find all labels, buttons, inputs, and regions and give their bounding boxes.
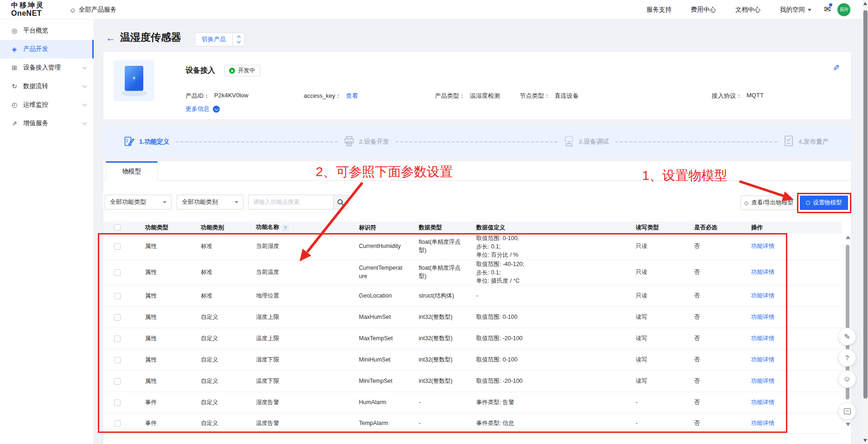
sidebar-item-device-access-management[interactable]: ⊞设备接入管理 xyxy=(0,58,94,77)
all-products-menu[interactable]: ◇ 全部产品服务 xyxy=(70,0,116,19)
cell-function-category: 自定义 xyxy=(190,306,245,328)
sidebar-item-ops-monitoring[interactable]: ◴运维监控 xyxy=(0,95,94,114)
page-scroll-down-arrow[interactable] xyxy=(863,439,867,442)
step-device-development[interactable]: 2.设备开发 xyxy=(344,135,389,149)
cell-function-name: 温度下限 xyxy=(245,370,348,392)
field-product-id-value: P2k4KV0low xyxy=(214,92,249,100)
field-access-key-label: access_key： xyxy=(304,92,341,100)
row-checkbox[interactable] xyxy=(114,378,121,385)
mail-icon[interactable]: ✉ xyxy=(824,4,831,14)
sidebar-item-platform-overview[interactable]: ◎平台概览 xyxy=(0,21,94,40)
step-function-definition[interactable]: 1.功能定义 xyxy=(124,135,169,149)
sidebar: ◎平台概览◈产品开发⊞设备接入管理↻数据流转◴运维监控⇗增值服务 xyxy=(0,19,94,444)
function-detail-link[interactable]: 功能详情 xyxy=(751,378,774,384)
more-info-button[interactable]: 更多信息 xyxy=(185,105,220,113)
field-node-type-value: 直连设备 xyxy=(555,92,579,100)
function-detail-link[interactable]: 功能详情 xyxy=(751,399,774,406)
switch-product-caret-icon[interactable] xyxy=(232,33,244,46)
field-access-key-value[interactable]: 查看 xyxy=(346,92,358,100)
cell-data-type: int32(整数型) xyxy=(408,370,466,392)
collapse-button[interactable] xyxy=(838,402,856,420)
annotation-note-2: 2、可参照下面参数设置 xyxy=(316,163,453,181)
sidebar-item-value-added-services[interactable]: ⇗增值服务 xyxy=(0,114,94,133)
cell-required: 否 xyxy=(683,306,740,328)
nav-billing-center[interactable]: 费用中心 xyxy=(691,6,716,14)
page-scrollbar-thumb[interactable] xyxy=(863,10,868,399)
row-checkbox[interactable] xyxy=(114,243,121,250)
status-badge-label: 开发中 xyxy=(238,67,255,75)
row-checkbox[interactable] xyxy=(114,269,121,276)
platform-overview-icon: ◎ xyxy=(10,27,19,34)
row-checkbox[interactable] xyxy=(114,293,121,299)
help-icon[interactable]: ? xyxy=(282,225,289,232)
page-scroll-up-arrow[interactable] xyxy=(863,2,867,5)
row-checkbox[interactable] xyxy=(114,420,121,427)
step-label: 4.发布量产 xyxy=(798,138,829,146)
help-question-button[interactable]: ? xyxy=(838,349,856,367)
step-release-production[interactable]: 4.发布量产 xyxy=(784,135,829,149)
tab-thing-model[interactable]: 物模型 xyxy=(106,161,158,181)
cell-identifier: MiniHumSet xyxy=(348,349,408,370)
function-detail-link[interactable]: 功能详情 xyxy=(751,243,774,249)
switch-product-button[interactable]: 切换产品 xyxy=(195,32,245,46)
feedback-compose-button[interactable]: ✎ xyxy=(838,328,856,345)
cell-function-category: 标准 xyxy=(190,285,245,306)
cell-definition: 取值范围: 0-100 xyxy=(466,349,625,370)
search-input[interactable] xyxy=(249,195,333,209)
diamond-icon: ◇ xyxy=(70,7,75,13)
view-export-model-button[interactable]: ◇ 查看/导出物模型 xyxy=(740,196,797,210)
column-header: 功能类别 xyxy=(190,222,245,234)
export-diamond-icon: ◇ xyxy=(744,200,748,206)
cell-function-category: 自定义 xyxy=(190,413,245,433)
function-type-dropdown[interactable]: 全部功能类型 xyxy=(105,195,172,209)
row-checkbox[interactable] xyxy=(114,357,121,363)
function-detail-link[interactable]: 功能详情 xyxy=(751,356,774,363)
cell-data-type: int32(整数型) xyxy=(408,328,466,349)
function-detail-link[interactable]: 功能详情 xyxy=(751,314,774,320)
step-device-debugging[interactable]: 3.设备调试 xyxy=(564,135,609,149)
function-detail-link[interactable]: 功能详情 xyxy=(751,269,774,275)
cell-definition: 取值范围: -20-100 xyxy=(466,370,625,392)
scroll-up-arrow[interactable] xyxy=(846,235,850,239)
cell-actions: 功能详情 xyxy=(740,328,842,349)
nav-my-space[interactable]: 我的空间 xyxy=(780,6,811,14)
customer-service-button[interactable]: ☺ xyxy=(838,370,856,388)
table-header-row: 功能类型功能类别功能名称?标识符数据类型数据值定义读写类型是否必选操作 xyxy=(103,222,842,234)
function-detail-link[interactable]: 功能详情 xyxy=(751,420,774,426)
function-detail-link[interactable]: 功能详情 xyxy=(751,335,774,342)
cell-actions: 功能详情 xyxy=(740,413,842,433)
sidebar-item-data-flow[interactable]: ↻数据流转 xyxy=(0,77,94,95)
cell-function-name: 地理位置 xyxy=(245,285,348,306)
cell-actions: 功能详情 xyxy=(740,370,842,392)
status-play-icon xyxy=(229,68,235,74)
logo-line1: 中移坤灵 xyxy=(11,1,45,9)
row-checkbox[interactable] xyxy=(114,336,121,342)
row-checkbox[interactable] xyxy=(114,314,121,321)
caret-down-icon xyxy=(808,9,811,11)
table-row: 属性标准当前温度CurrentTemperaturefloat(单精度浮点型)取… xyxy=(103,260,842,285)
nav-docs-center[interactable]: 文档中心 xyxy=(735,6,760,14)
cell-data-type: - xyxy=(408,413,466,433)
cell-rw-type: 只读 xyxy=(625,234,683,260)
cell-identifier: HumAlarm xyxy=(348,392,408,413)
cell-required: 否 xyxy=(683,370,740,392)
step-connector-line xyxy=(176,141,338,142)
back-arrow-button[interactable]: ← xyxy=(106,32,115,44)
avatar[interactable]: 良许 xyxy=(837,3,850,16)
edit-pencil-icon[interactable]: ✎ xyxy=(833,63,840,73)
search-button[interactable] xyxy=(333,195,348,209)
function-detail-link[interactable]: 功能详情 xyxy=(751,292,774,299)
onenet-logo[interactable]: 中移坤灵 OneNET xyxy=(11,1,45,17)
row-checkbox[interactable] xyxy=(114,400,121,406)
sidebar-item-product-development[interactable]: ◈产品开发 xyxy=(0,40,94,58)
cell-function-name: 湿度下限 xyxy=(245,349,348,370)
cell-required: 否 xyxy=(683,285,740,306)
cell-definition: - xyxy=(466,285,625,306)
column-header: 数据类型 xyxy=(408,222,466,234)
select-all-checkbox[interactable] xyxy=(114,224,121,231)
nav-service-support[interactable]: 服务支持 xyxy=(646,6,671,14)
cell-actions: 功能详情 xyxy=(740,260,842,285)
cell-function-type: 属性 xyxy=(134,285,190,306)
function-category-dropdown[interactable]: 全部功能类别 xyxy=(177,195,243,209)
scroll-down-arrow[interactable] xyxy=(846,423,850,426)
